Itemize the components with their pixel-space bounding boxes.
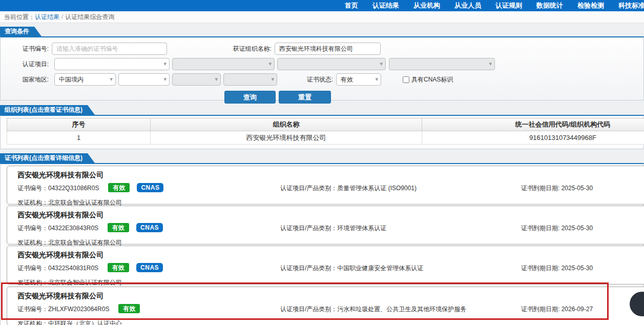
reset-button[interactable]: 重置 (279, 91, 331, 104)
chevron-down-icon: ▾ (375, 76, 378, 83)
chevron-down-icon: ▾ (110, 76, 113, 83)
cert-category-value: 质量管理体系认证 (ISO9001) (337, 185, 417, 192)
cert-issuer-label: 发证机构： (17, 320, 48, 325)
cert-card-2[interactable]: 西安银光环境科技有限公司 证书编号：04322E30843R0S有效CNAS 认… (7, 206, 644, 245)
cert-issuer-line: 发证机构：北京联合智业认证有限公司 (17, 278, 644, 287)
cert-no-input[interactable] (52, 43, 167, 55)
cert-expiry-label: 证书到期日期: (521, 185, 562, 192)
chevron-down-icon: ▾ (268, 60, 272, 67)
cert-expiry-value: 2026-09-27 (562, 306, 593, 313)
cert-issuer-label: 发证机构： (17, 199, 48, 206)
breadcrumb-prefix: 当前位置： (4, 13, 35, 21)
region-select-province[interactable]: ▾ (118, 73, 170, 86)
top-navbar: 首页 认证结果 从业机构 从业人员 认证规则 数据统计 检验检测 科技标准 (0, 0, 644, 11)
cert-issuer-value: 北京联合智业认证有限公司 (48, 239, 122, 246)
cert-no-line: 证书编号：04322S40831R0S有效CNAS (17, 263, 163, 273)
cert-issuer-label: 发证机构： (17, 239, 48, 246)
cert-issuer-label: 发证机构： (17, 279, 48, 286)
region-label: 国家地区: (1, 75, 52, 84)
query-section-tab: 查询条件 (0, 27, 41, 36)
cert-no-line-label: 证书编号： (17, 306, 48, 313)
cert-category-line: 认证项目/产品类别：环境管理体系认证 (280, 223, 386, 233)
page: 首页 认证结果 从业机构 从业人员 认证规则 数据统计 检验检测 科技标准 当前… (0, 0, 644, 325)
cert-no-value: 04322E30843R0S (48, 225, 98, 232)
org-name-label: 获证组织名称: (167, 45, 275, 53)
cert-no-value: ZHLXFW2023064R0S (48, 306, 109, 313)
cert-expiry-label: 证书到期日期: (521, 265, 562, 272)
query-row-1: 证书编号: 获证组织名称: (1, 43, 643, 55)
cert-category-label: 认证项目/产品类别： (280, 306, 337, 313)
cert-org-name: 西安银光环境科技有限公司 (17, 291, 644, 301)
cert-org-name: 西安银光环境科技有限公司 (17, 210, 644, 220)
cnas-badge: CNAS (137, 183, 163, 192)
region-select-district: ▾ (223, 73, 277, 86)
cnas-checkbox-wrap: 具有CNAS标识 (403, 75, 453, 84)
cert-status-select[interactable]: 有效 ▾ (336, 73, 381, 86)
chevron-down-icon: ▾ (215, 76, 218, 83)
nav-item-personnel[interactable]: 从业人员 (447, 1, 488, 10)
project-select-level4: ▾ (389, 58, 495, 70)
cert-category-value: 中国职业健康安全管理体系认证 (337, 265, 423, 272)
nav-item-home[interactable]: 首页 (338, 1, 365, 10)
nav-item-organizations[interactable]: 从业机构 (406, 1, 447, 10)
org-table-header-index: 序号 (7, 118, 151, 131)
status-badge: 有效 (108, 263, 129, 272)
cert-org-name: 西安银光环境科技有限公司 (17, 250, 644, 260)
cert-no-line-label: 证书编号： (17, 185, 48, 192)
cert-card-4[interactable]: 西安银光环境科技有限公司 证书编号：ZHLXFW2023064R0S有效 认证项… (7, 287, 644, 325)
cert-expiry-line: 证书到期日期: 2026-09-27 (521, 304, 593, 314)
nav-item-inspection[interactable]: 检验检测 (570, 1, 611, 10)
query-buttons-row: 查询 重置 (1, 91, 643, 104)
chevron-down-icon: ▾ (271, 76, 274, 83)
org-name-input[interactable] (275, 43, 381, 55)
cert-info-row: 证书编号：04322E30843R0S有效CNAS 认证项目/产品类别：环境管理… (7, 223, 644, 234)
org-table: 序号 组织名称 统一社会信用代码/组织机构代码 1 西安银光环境科技有限公司 9… (7, 118, 644, 145)
chevron-down-icon: ▾ (163, 76, 167, 83)
nav-item-statistics[interactable]: 数据统计 (529, 1, 570, 10)
cert-issuer-line: 发证机构：中环联兴（北京）认证中心 (17, 319, 644, 325)
cert-no-line: 证书编号：04322E30843R0S有效CNAS (17, 223, 163, 233)
cert-issuer-value: 北京联合智业认证有限公司 (48, 199, 122, 206)
cert-expiry-line: 证书到期日期: 2025-05-30 (521, 183, 593, 193)
nav-item-tech-standards[interactable]: 科技标准 (611, 1, 644, 10)
cert-no-label: 证书编号: (1, 45, 52, 53)
project-select-level3: ▾ (277, 58, 386, 70)
chevron-down-icon: ▾ (163, 60, 167, 67)
breadcrumb-current: 认证结果综合查询 (65, 13, 114, 21)
query-section: 查询条件 证书编号: 获证组织名称: 认证项目: ▾ ▾ ▾ ▾ 国家地区: 中… (0, 27, 644, 100)
project-select-level1[interactable]: ▾ (54, 58, 170, 70)
cert-expiry-label: 证书到期日期: (521, 225, 562, 232)
search-button[interactable]: 查询 (224, 91, 276, 104)
status-badge: 有效 (108, 223, 129, 232)
org-table-header-name: 组织名称 (151, 118, 422, 131)
cert-info-row: 证书编号：04322S40831R0S有效CNAS 认证项目/产品类别：中国职业… (7, 263, 644, 274)
cnas-checkbox[interactable] (403, 76, 409, 83)
nav-item-cert-results[interactable]: 认证结果 (365, 1, 406, 10)
org-row-index: 1 (7, 131, 151, 145)
org-table-header-code: 统一社会信用代码/组织机构代码 (422, 118, 644, 131)
cert-expiry-line: 证书到期日期: 2025-05-30 (521, 263, 593, 273)
query-panel: 证书编号: 获证组织名称: 认证项目: ▾ ▾ ▾ ▾ 国家地区: 中国境内 ▾… (0, 36, 644, 100)
table-row[interactable]: 1 西安银光环境科技有限公司 91610131073449968F (7, 131, 644, 145)
cert-no-line: 证书编号：ZHLXFW2023064R0S有效 (17, 304, 140, 314)
cert-no-value: 04322S40831R0S (48, 265, 98, 272)
cert-list-panel: 西安银光环境科技有限公司 证书编号：04322Q31086R0S有效CNAS 认… (0, 163, 644, 325)
cert-info-row: 证书编号：04322Q31086R0S有效CNAS 认证项目/产品类别：质量管理… (7, 183, 644, 194)
org-table-header-row: 序号 组织名称 统一社会信用代码/组织机构代码 (7, 118, 644, 131)
cert-info-row: 证书编号：ZHLXFW2023064R0S有效 认证项目/产品类别：污水和垃圾处… (7, 304, 644, 315)
cnas-badge: CNAS (136, 223, 163, 232)
region-select-country[interactable]: 中国境内 ▾ (54, 73, 116, 86)
org-list-panel: 序号 组织名称 统一社会信用代码/组织机构代码 1 西安银光环境科技有限公司 9… (0, 115, 644, 149)
org-list-section-tab: 组织列表(点击查看证书信息) (0, 105, 95, 115)
nav-item-cert-rules[interactable]: 认证规则 (488, 1, 529, 10)
status-badge: 有效 (108, 183, 130, 192)
cert-expiry-line: 证书到期日期: 2025-05-30 (521, 223, 593, 233)
cert-card-3[interactable]: 西安银光环境科技有限公司 证书编号：04322S40831R0S有效CNAS 认… (7, 246, 644, 285)
cert-expiry-value: 2025-05-30 (562, 225, 593, 232)
cert-no-value: 04322Q31086R0S (48, 185, 99, 192)
cert-card-1[interactable]: 西安银光环境科技有限公司 证书编号：04322Q31086R0S有效CNAS 认… (7, 166, 644, 205)
breadcrumb-link-cert-results[interactable]: 认证结果 (35, 13, 59, 21)
cert-org-name: 西安银光环境科技有限公司 (17, 170, 644, 180)
cert-category-label: 认证项目/产品类别： (280, 265, 337, 272)
cert-issuer-value: 中环联兴（北京）认证中心 (48, 320, 122, 325)
